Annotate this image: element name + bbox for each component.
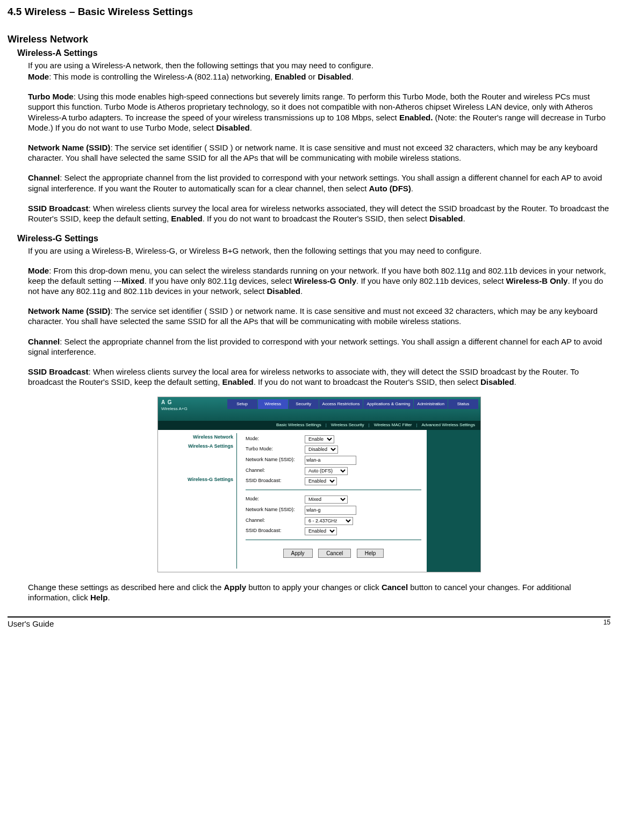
heading-wireless-a: Wireless-A Settings [17, 48, 610, 59]
g-ssid-para: Network Name (SSID): The service set ide… [28, 306, 610, 326]
select-a-mode[interactable]: Enable [305, 435, 334, 443]
help-button[interactable]: Help [357, 549, 384, 558]
router-screenshot: A G Wireless A+G Setup Wireless Security… [157, 397, 481, 572]
subtab-mac-filter[interactable]: Wireless MAC Filter [374, 422, 412, 428]
closing-para: Change these settings as described here … [28, 582, 610, 602]
a-broadcast-para: SSID Broadcast: When wireless clients su… [28, 203, 610, 224]
select-g-broadcast[interactable]: Enabled [305, 527, 337, 535]
apply-button[interactable]: Apply [283, 549, 313, 558]
tab-wireless[interactable]: Wireless [258, 399, 288, 408]
g-mode-para: Mode: From this drop-down menu, you can … [28, 265, 610, 297]
input-g-ssid[interactable] [305, 506, 356, 515]
label-g-ssid: Network Name (SSID): [246, 507, 305, 513]
select-a-turbo[interactable]: Disabled [305, 446, 338, 454]
g-broadcast-para: SSID Broadcast: When wireless clients su… [28, 367, 610, 387]
g-channel-para: Channel: Select the appropriate channel … [28, 336, 610, 357]
label-g-channel: Channel: [246, 518, 305, 524]
side-wireless-a: Wireless-A Settings [158, 443, 233, 450]
cancel-button[interactable]: Cancel [318, 549, 351, 558]
heading-wireless-g: Wireless-G Settings [17, 233, 610, 244]
tab-status[interactable]: Status [448, 399, 478, 408]
input-a-ssid[interactable] [305, 456, 356, 465]
select-g-channel[interactable]: 6 - 2.437GHz [305, 517, 353, 525]
tab-applications-gaming[interactable]: Applications & Gaming [363, 399, 413, 408]
router-logo: A G Wireless A+G [161, 399, 204, 419]
select-a-channel[interactable]: Auto (DFS) [305, 467, 348, 475]
a-mode-para: Mode: This mode is controlling the Wirel… [28, 71, 610, 82]
label-a-mode: Mode: [246, 436, 305, 442]
label-g-mode: Mode: [246, 496, 305, 502]
a-channel-para: Channel: Select the appropriate channel … [28, 173, 610, 193]
main-tabs: Setup Wireless Security Access Restricti… [227, 399, 478, 408]
tab-access-restrictions[interactable]: Access Restrictions [319, 399, 363, 408]
subtab-security[interactable]: Wireless Security [331, 422, 364, 428]
page-title: 4.5 Wireless – Basic Wireless Settings [8, 5, 610, 18]
subtab-advanced[interactable]: Advanced Wireless Settings [421, 422, 475, 428]
g-intro: If you are using a Wireless-B, Wireless-… [28, 246, 610, 256]
a-intro: If you are using a Wireless-A network, t… [28, 60, 610, 70]
label-a-channel: Channel: [246, 468, 305, 474]
footer-left: User's Guide [8, 619, 54, 629]
tab-setup[interactable]: Setup [227, 399, 257, 408]
page-number: 15 [603, 619, 610, 629]
select-a-broadcast[interactable]: Enabled [305, 477, 337, 485]
label-a-ssid: Network Name (SSID): [246, 457, 305, 463]
subtab-basic[interactable]: Basic Wireless Settings [276, 422, 321, 428]
a-turbo-para: Turbo Mode: Using this mode enables high… [28, 91, 610, 133]
side-title: Wireless Network [158, 434, 233, 441]
select-g-mode[interactable]: Mixed [305, 496, 348, 504]
heading-wireless-network: Wireless Network [8, 33, 610, 46]
tab-security[interactable]: Security [289, 399, 319, 408]
tab-administration[interactable]: Administration [414, 399, 448, 408]
sub-tabs: Basic Wireless Settings| Wireless Securi… [158, 421, 480, 429]
label-a-broadcast: SSID Broadcast: [246, 478, 305, 484]
side-wireless-g: Wireless-G Settings [158, 477, 233, 483]
label-a-turbo: Turbo Mode: [246, 446, 305, 453]
label-g-broadcast: SSID Broadcast: [246, 528, 305, 534]
a-ssid-para: Network Name (SSID): The service set ide… [28, 142, 610, 163]
